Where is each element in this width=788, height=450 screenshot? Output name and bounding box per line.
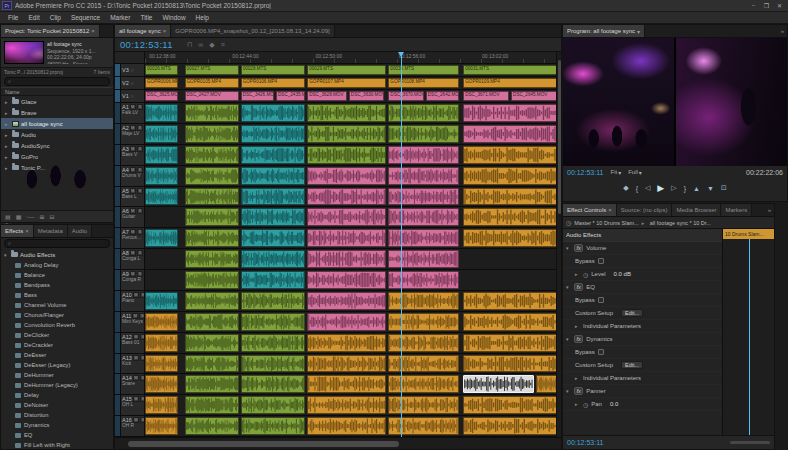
clip-a2-2[interactable]: [241, 125, 305, 143]
clip-a4-3[interactable]: [307, 167, 386, 185]
solo-button[interactable]: S: [137, 125, 143, 131]
clip-a13-3[interactable]: [307, 355, 386, 373]
tab-audio[interactable]: Audio: [68, 225, 92, 237]
effect-item-dehummer[interactable]: DeHummer: [1, 370, 113, 380]
clip-a1-4[interactable]: [388, 104, 459, 122]
clip-a16-1[interactable]: [185, 417, 239, 435]
clip-a9-3[interactable]: [388, 271, 459, 289]
toggle-animation-icon[interactable]: ◷: [583, 271, 588, 278]
clip-a7-2[interactable]: [241, 229, 305, 247]
effect-item-chorus-flanger[interactable]: Chorus/Flanger: [1, 310, 113, 320]
clip-a13-5[interactable]: [463, 355, 561, 373]
clip-a12-1[interactable]: [185, 334, 239, 352]
tab-markers[interactable]: Markers: [721, 204, 752, 216]
clip-a5-4[interactable]: [388, 188, 459, 206]
clip-a12-5[interactable]: [463, 334, 561, 352]
clip-a5-3[interactable]: [307, 188, 386, 206]
clip-00029-mts[interactable]: 00029.MTS: [307, 65, 386, 75]
track-header-a12[interactable]: A12MSBass 01: [121, 333, 145, 353]
clip-a1-0[interactable]: [145, 104, 178, 122]
solo-button[interactable]: S: [137, 188, 143, 194]
clip-a15-0[interactable]: [145, 396, 178, 414]
project-tab[interactable]: Project: Tonic Pocket 20150812 ×: [1, 25, 100, 37]
clip-a4-4[interactable]: [388, 167, 459, 185]
clip-a6-3[interactable]: [388, 208, 459, 226]
effect-item-deesser-legacy[interactable]: DeEsser (Legacy): [1, 360, 113, 370]
effect-eq[interactable]: ▾fxEQ: [563, 281, 722, 294]
track-header-a1[interactable]: A1MSFalk LV: [121, 103, 145, 123]
clip-a16-3[interactable]: [307, 417, 386, 435]
clip-dsc-2427-mov[interactable]: DSC_2427.MOV: [185, 91, 239, 101]
disclosure-icon[interactable]: ▸: [575, 271, 580, 277]
solo-button[interactable]: S: [137, 208, 143, 214]
timeline-horizontal-scrollbar[interactable]: [115, 437, 561, 449]
clip-dsc-3671-mov[interactable]: DSC_3671.MOV: [463, 91, 509, 101]
timeline-vertical-scrollbar[interactable]: [556, 52, 561, 437]
sequence-clip-label[interactable]: all footage sync * 10 Dr...: [650, 220, 711, 226]
menu-sequence[interactable]: Sequence: [66, 12, 105, 23]
mute-button[interactable]: M: [133, 396, 139, 402]
clip-00027-mts[interactable]: 00027.MTS: [185, 65, 239, 75]
clip-a4-1[interactable]: [185, 167, 239, 185]
preview-thumbnail[interactable]: [4, 41, 44, 64]
clip-a7-4[interactable]: [388, 229, 459, 247]
disclosure-icon[interactable]: ▸: [5, 154, 10, 160]
step-forward-button[interactable]: ▷: [671, 184, 676, 192]
clip-a6-1[interactable]: [241, 208, 305, 226]
clip-gopr0105-mp4[interactable]: GOPR0105.MP4: [185, 78, 239, 88]
clip-00026-mts[interactable]: 00026.MTS: [145, 65, 178, 75]
param-volume-level[interactable]: ▸◷Level0.0 dB: [563, 268, 722, 281]
effect-item-dehummer-legacy[interactable]: DeHummer (Legacy): [1, 380, 113, 390]
effects-group-audio-effects[interactable]: ▾ Audio Effects: [1, 249, 113, 260]
master-clip-label[interactable]: Master * 10 Drums Slam...: [574, 220, 639, 226]
program-timecode[interactable]: 00:12:53:11: [567, 169, 603, 176]
track-header-a5[interactable]: A5MSBass L: [121, 187, 145, 207]
clip-a10-1[interactable]: [185, 292, 239, 310]
zoom-slider[interactable]: [730, 441, 770, 444]
clip-a12-3[interactable]: [307, 334, 386, 352]
mute-button[interactable]: M: [130, 188, 136, 194]
param-value[interactable]: 0.0: [610, 401, 618, 407]
clip-dsc-2642-mov[interactable]: DSC_2642.MOV: [426, 91, 459, 101]
clip-a11-2[interactable]: [241, 313, 305, 331]
clip-a2-3[interactable]: [307, 125, 386, 143]
clip-a2-1[interactable]: [185, 125, 239, 143]
clip-dsc-3670-mov[interactable]: DSC_3670.MOV: [388, 91, 423, 101]
track-header-a11[interactable]: A11MSMini Keys: [121, 312, 145, 332]
param-dynamics-bypass[interactable]: Bypass: [563, 346, 722, 359]
disclosure-icon[interactable]: ▸: [5, 99, 10, 105]
zoom-slider[interactable]: ◦—: [26, 214, 34, 220]
playback-resolution-select[interactable]: Full ▾: [628, 169, 642, 176]
clip-a14-3[interactable]: [307, 375, 386, 393]
trash-icon[interactable]: ⊟: [50, 213, 55, 220]
time-ruler[interactable]: 00:12:38:0000:12:44:0000:12:50:0000:12:5…: [145, 52, 561, 63]
track-header-a15[interactable]: A15MSOH L: [121, 395, 145, 415]
list-view-icon[interactable]: ▤: [5, 213, 11, 220]
track-header-a14[interactable]: A14MSSnare: [121, 374, 145, 394]
clip-dsc-3628-mov[interactable]: DSC_3628.MOV: [307, 91, 347, 101]
program-frame-left[interactable]: [563, 38, 674, 166]
go-to-in-button[interactable]: {: [636, 185, 638, 192]
clip-a11-3[interactable]: [307, 313, 386, 331]
clip-a5-2[interactable]: [241, 188, 305, 206]
clip-gopr0107-mp4[interactable]: GOPR0107.MP4: [307, 78, 386, 88]
clip-a10-4[interactable]: [388, 292, 459, 310]
menu-window[interactable]: Window: [157, 12, 190, 23]
clip-a11-5[interactable]: [463, 313, 561, 331]
clip-a16-0[interactable]: [145, 417, 178, 435]
clip-a3-1[interactable]: [185, 146, 239, 164]
clip-a7-1[interactable]: [185, 229, 239, 247]
close-icon[interactable]: ×: [608, 207, 612, 213]
name-column-header[interactable]: Name: [5, 89, 20, 95]
clip-a6-2[interactable]: [307, 208, 386, 226]
mute-button[interactable]: M: [130, 167, 136, 173]
clip-a4-2[interactable]: [241, 167, 305, 185]
clip-a13-2[interactable]: [241, 355, 305, 373]
disclosure-icon[interactable]: ▸: [5, 165, 10, 171]
tab-source-no-clips[interactable]: Source: (no clips): [617, 204, 673, 216]
param-dynamics-individual-parameters[interactable]: ▸Individual Parameters: [563, 372, 722, 385]
icon-view-icon[interactable]: ▦: [16, 213, 22, 220]
clip-00030-mts[interactable]: 00030.MTS: [388, 65, 459, 75]
clip-a2-0[interactable]: [145, 125, 178, 143]
effect-item-decrackler[interactable]: DeCrackler: [1, 340, 113, 350]
